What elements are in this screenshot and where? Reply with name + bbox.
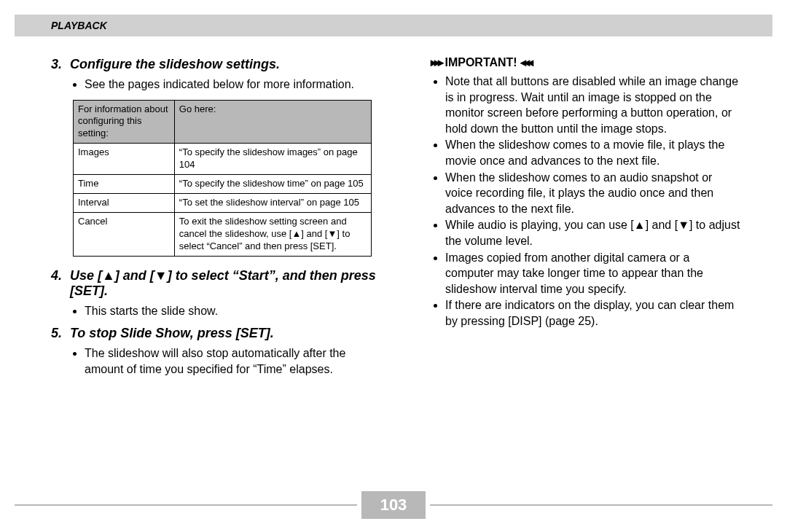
table-cell: “To specify the slideshow images” on pag…: [174, 144, 371, 175]
step-5-title: To stop Slide Show, press [SET].: [70, 326, 380, 341]
page-number: 103: [361, 491, 426, 519]
step-4-heading: 4. Use [▲] and [▼] to select “Start”, an…: [51, 268, 380, 299]
list-item: While audio is playing, you can use [▲] …: [445, 217, 740, 249]
page-content: 3. Configure the slideshow settings. See…: [0, 36, 787, 384]
step-5: 5. To stop Slide Show, press [SET]. The …: [51, 326, 380, 377]
footer-rule-right: [430, 504, 772, 506]
list-item: When the slideshow comes to a movie file…: [445, 137, 740, 168]
step-4-bullet-1: This starts the slide show.: [85, 303, 380, 319]
important-label: IMPORTANT!: [445, 56, 517, 69]
step-3-bullets: See the pages indicated below for more i…: [85, 77, 380, 93]
right-column: ▸▸▸ IMPORTANT! ◂◂◂ Note that all buttons…: [390, 51, 751, 384]
step-3-bullet-1: See the pages indicated below for more i…: [85, 77, 380, 93]
step-4: 4. Use [▲] and [▼] to select “Start”, an…: [51, 268, 380, 319]
table-header-1: For information about configuring this s…: [74, 100, 175, 144]
table-header-2: Go here:: [174, 100, 371, 144]
table-cell: Time: [74, 175, 175, 194]
step-5-number: 5.: [51, 326, 70, 341]
settings-reference-table: For information about configuring this s…: [73, 100, 372, 257]
table-header-row: For information about configuring this s…: [74, 100, 372, 144]
table-row: Time “To specify the slideshow time” on …: [74, 175, 372, 194]
step-4-bullets: This starts the slide show.: [85, 303, 380, 319]
list-item: Images copied from another digital camer…: [445, 250, 740, 297]
table-row: Images “To specify the slideshow images”…: [74, 144, 372, 175]
section-header-bar: PLAYBACK: [15, 15, 772, 36]
step-3: 3. Configure the slideshow settings. See…: [51, 57, 380, 257]
important-notes-list: Note that all buttons are disabled while…: [445, 74, 740, 329]
page-footer: 103: [15, 491, 772, 519]
table-cell: “To set the slideshow interval” on page …: [174, 193, 371, 212]
footer-rule-left: [15, 504, 357, 506]
step-3-title: Configure the slideshow settings.: [70, 57, 380, 72]
step-4-title: Use [▲] and [▼] to select “Start”, and t…: [70, 268, 380, 299]
step-5-heading: 5. To stop Slide Show, press [SET].: [51, 326, 380, 341]
step-4-number: 4.: [51, 268, 70, 283]
step-5-bullet-1: The slideshow will also stop automatical…: [85, 345, 380, 377]
list-item: If there are indicators on the display, …: [445, 297, 740, 329]
left-column: 3. Configure the slideshow settings. See…: [36, 51, 390, 384]
step-3-heading: 3. Configure the slideshow settings.: [51, 57, 380, 72]
table-row: Interval “To set the slideshow interval”…: [74, 193, 372, 212]
list-item: When the slideshow comes to an audio sna…: [445, 170, 740, 217]
table-cell: Images: [74, 144, 175, 175]
table-cell: To exit the slideshow setting screen and…: [174, 212, 371, 256]
list-item: Note that all buttons are disabled while…: [445, 74, 740, 136]
step-3-number: 3.: [51, 57, 70, 72]
step-5-bullets: The slideshow will also stop automatical…: [85, 345, 380, 377]
important-heading: ▸▸▸ IMPORTANT! ◂◂◂: [431, 55, 740, 69]
double-right-arrow-icon: ▸▸▸: [431, 56, 442, 69]
table-cell: Cancel: [74, 212, 175, 256]
table-cell: “To specify the slideshow time” on page …: [174, 175, 371, 194]
double-left-arrow-icon: ◂◂◂: [520, 56, 531, 69]
table-row: Cancel To exit the slideshow setting scr…: [74, 212, 372, 256]
section-header-text: PLAYBACK: [15, 20, 107, 31]
table-cell: Interval: [74, 193, 175, 212]
